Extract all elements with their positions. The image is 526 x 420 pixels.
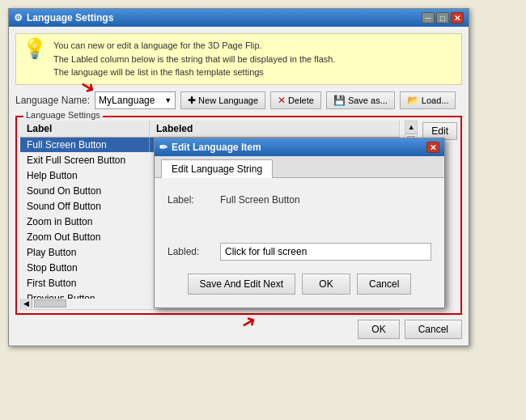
row-label: Full Screen Button [20,138,150,152]
info-box: 💡 You can new or edit a language for the… [15,33,462,85]
minimize-button[interactable]: ─ [422,12,435,23]
row-label: Play Button [20,245,150,260]
labeled-field-row: Labled: [168,243,431,261]
label-field-row: Label: Full Screen Button [168,194,431,206]
group-label: Language Settings [23,110,103,120]
dialog-title-bar: ✏ Edit Language Item ✕ [155,138,444,156]
language-name-label: Language Name: [15,95,90,106]
row-label: Stop Button [20,261,150,275]
close-button[interactable]: ✕ [451,12,464,23]
delete-button[interactable]: ✕ Delete [270,91,321,109]
row-label: First Button [20,276,150,291]
dialog-icon: ✏ [159,142,168,153]
delete-icon: ✕ [278,95,286,106]
edit-dialog: ✏ Edit Language Item ✕ Edit Language Str… [154,138,445,308]
save-and-edit-next-button[interactable]: Save And Edit Next [188,274,295,295]
dialog-tab-bar: Edit Language String [155,156,444,178]
new-icon: ✚ [188,95,196,106]
edit-language-string-tab[interactable]: Edit Language String [161,159,273,178]
row-label: Previous Button [20,291,150,299]
col-labeled-header: Labeled [150,121,400,137]
row-label: Zoom Out Button [20,230,150,244]
ok-button[interactable]: OK [358,320,399,339]
window-title: Language Settings [27,12,113,23]
bulb-icon: 💡 [23,39,47,58]
new-language-button[interactable]: ✚ New Language [180,91,265,109]
load-icon: 📂 [407,95,419,106]
language-combo[interactable]: MyLanguage ▼ [95,91,176,109]
dialog-cancel-button[interactable]: Cancel [357,274,411,295]
window-icon: ⚙ [14,12,23,23]
scroll-up-arrow[interactable]: ▲ [405,121,417,134]
dialog-title: Edit Language Item [172,142,261,153]
row-label: Help Button [20,168,150,183]
label-field-value: Full Screen Button [220,194,300,206]
dialog-ok-button[interactable]: OK [302,274,350,295]
title-bar: ⚙ Language Settings ─ □ ✕ [9,9,469,27]
labeled-field-label: Labled: [168,246,220,257]
row-label: Exit Full Screen Button [20,153,150,168]
load-button[interactable]: 📂 Load... [400,91,456,109]
col-label-header: Label [20,121,150,137]
scroll-left-arrow[interactable]: ◀ [21,299,32,308]
row-label: Sound Off Button [20,199,150,214]
row-label: Zoom in Button [20,214,150,229]
info-text: You can new or edit a language for the 3… [53,39,336,79]
table-header: Label Labeled [20,121,400,138]
save-as-button[interactable]: 💾 Save as... [326,91,395,109]
dialog-close-button[interactable]: ✕ [426,142,439,153]
maximize-button[interactable]: □ [436,12,449,23]
scroll-thumb[interactable] [34,299,66,308]
save-icon: 💾 [333,95,346,106]
cancel-button[interactable]: Cancel [405,320,462,339]
row-label: Sound On Button [20,184,150,198]
dialog-actions: Save And Edit Next OK Cancel [168,274,431,295]
dialog-body: Label: Full Screen Button Labled: Save A… [155,178,444,308]
label-field-label: Label: [168,194,220,206]
labeled-input[interactable] [220,243,431,261]
bottom-row: OK Cancel [15,320,462,339]
